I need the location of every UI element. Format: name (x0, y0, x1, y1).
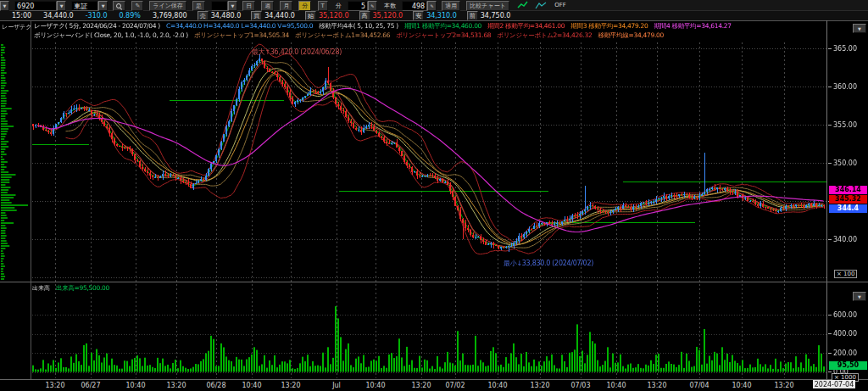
indicator-segment: 期間4 移動平均=34,614.27 (654, 22, 732, 30)
minute-label: 分 (336, 2, 342, 10)
period-day-button[interactable]: 日 (242, 1, 255, 11)
quote-field: 前34,750.0 (467, 11, 511, 20)
cursor-date-box: 2024-07-04 (813, 380, 855, 388)
bar-type-input[interactable] (211, 1, 228, 11)
price-change-percent: 0.89% (119, 12, 140, 20)
pencil-icon: ✎ (135, 3, 140, 9)
last-price: 34,440.0 (43, 12, 74, 20)
price-tick-label: 340.00 (828, 236, 857, 243)
quote-field-value: 35,120.0 (319, 12, 349, 20)
quote-field-label: 買 (251, 11, 262, 20)
volume-tick-label: 400.00 (828, 330, 857, 338)
symbol-code-input[interactable]: 6920 (14, 1, 57, 11)
price-pane-tab[interactable]: レーザテク (2, 23, 32, 31)
time-axis-label: 13:20 (530, 382, 549, 389)
time-axis-label: 13:20 (166, 382, 186, 389)
indicator-segment: ボリンジャーバンド( Close, 20, 1.0, -1.0, 0, 2.0,… (34, 31, 188, 39)
exchange-dropdown-icon[interactable]: ▼ (98, 1, 108, 11)
time-axis-label: 10:40 (365, 382, 385, 389)
bar-count-input[interactable]: 498 (402, 1, 427, 11)
min-price-annotation: 最小↓33,830.0 (2024/07/02) (504, 259, 593, 268)
volume-tick-label: 200.00 (828, 349, 857, 357)
indicator-segment: 期間1 移動平均=34,460.00 (404, 22, 481, 30)
bar-type-label: 足 (192, 1, 205, 11)
time-axis-label: 10:40 (125, 382, 145, 389)
time-axis-label: 07/02 (445, 382, 465, 389)
price-scale-multiplier: × 100 (834, 270, 857, 278)
volume-pane-menu-button[interactable]: ▼ (853, 292, 866, 301)
indicator-segment: C=34,440.0 H=34,440.0 L=34,440.0 V=95,50… (166, 22, 313, 30)
price-tag: 345.32 (829, 195, 867, 204)
price-pane-menu-button[interactable]: ▼ (853, 24, 866, 33)
period-week-button[interactable]: 週 (261, 1, 274, 11)
status-bar: 15:00 34,440.0 -310.0 0.89% 3,769,800 売3… (0, 11, 868, 20)
period-minute-button[interactable]: 分 (298, 1, 311, 11)
quote-field: 始35,120.0 (305, 11, 349, 20)
chart-application-window: ▼ 6920▼ 東証▼ ✎ ライン保存 足 ▼ 日 週 月 分 T 分 5✎ 本… (0, 0, 868, 391)
time-axis-label: 10:40 (732, 382, 751, 389)
search-icon (116, 3, 122, 9)
indicator-line-2: ボリンジャーバンド( Close, 20, 1.0, -1.0, 0, 2.0,… (34, 31, 670, 40)
time-axis-label: 13:20 (647, 382, 666, 389)
indicator-segment: 期間3 移動平均=34,479.20 (570, 22, 648, 30)
crosshair-off-label: OFF (554, 2, 566, 8)
max-price-annotation: 最大↑36,420.0 (2024/06/28) (252, 47, 342, 57)
bar-type-dropdown-icon[interactable]: ▼ (228, 1, 237, 11)
time-axis-label: 13:20 (774, 382, 793, 389)
pane-separator[interactable] (0, 282, 868, 282)
quote-field-value: 34,310.0 (426, 12, 457, 20)
time-axis-label: 10:40 (242, 382, 261, 389)
line-save-button[interactable]: ライン保存 (149, 1, 186, 11)
quote-field-label: 始 (305, 11, 316, 20)
price-tick-label: 355.00 (828, 121, 857, 129)
quote-field: 高35,120.0 (359, 11, 403, 20)
time-axis-label: 06/28 (206, 382, 225, 389)
indicator-segment: ボリンジャーボトム1=34,452.66 (295, 31, 390, 39)
edit-button[interactable]: ✎ (131, 1, 143, 11)
bar-count-spinner[interactable]: ✎ (427, 1, 437, 11)
volume-pane-tab[interactable]: 出来高 (32, 284, 50, 293)
time-axis-label: 07/04 (689, 382, 709, 389)
quote-field-label: 前 (467, 11, 478, 20)
quote-field-label: 安 (413, 11, 424, 20)
left-margin-separator (31, 20, 31, 379)
price-tick-label: 350.00 (828, 159, 857, 167)
candlestick-tool-icon[interactable] (516, 1, 528, 9)
minute-input[interactable]: 5 (348, 1, 368, 11)
quote-field-value: 35,120.0 (373, 12, 403, 20)
period-tick-button[interactable]: T (318, 1, 328, 11)
price-tag: 344.4 (829, 204, 867, 213)
exchange-select[interactable]: 東証 (71, 1, 98, 11)
compare-chart-button[interactable]: 比較チャート (466, 1, 509, 11)
axis-separator (826, 20, 827, 379)
window-dropdown-button[interactable]: ▼ (0, 1, 9, 11)
time-axis-label: 10:40 (487, 382, 507, 389)
period-month-button[interactable]: 月 (280, 1, 292, 11)
search-button[interactable] (113, 1, 125, 11)
line-chart-tool-icon[interactable] (535, 1, 547, 9)
apply-button[interactable]: 適用 (442, 1, 460, 11)
price-tick-label: 360.00 (828, 83, 857, 91)
quote-field-value: 34,750.0 (481, 12, 511, 20)
minute-spinner[interactable]: ✎ (368, 1, 377, 11)
price-change: -310.0 (86, 12, 108, 20)
price-tick-label: 365.00 (828, 45, 857, 53)
indicator-segment: ボリンジャートップ2=34,531.68 (396, 31, 491, 39)
quote-field-value: 34,440.0 (264, 12, 295, 20)
indicator-segment: ボリンジャートップ1=34,505.34 (194, 31, 289, 39)
bar-count-label: 本数 (384, 2, 396, 10)
quote-field-label: 売 (198, 11, 209, 20)
time-axis-label: 06/27 (81, 382, 100, 389)
time-axis-label: 13:20 (411, 382, 431, 389)
quote-field: 買34,440.0 (251, 11, 295, 20)
quote-time: 15:00 (12, 12, 31, 20)
symbol-dropdown-icon[interactable]: ▼ (57, 1, 66, 11)
indicator-segment: 移動平均線=34,479.00 (598, 31, 663, 39)
indicator-segment: 期間2 移動平均=34,461.00 (487, 22, 565, 30)
quote-field-label: 高 (359, 11, 370, 20)
price-volume-chart-canvas[interactable] (31, 20, 827, 379)
time-axis-label: 10:40 (606, 382, 626, 389)
xaxis-separator (0, 379, 868, 380)
volume-profile-canvas (0, 20, 31, 379)
indicator-segment: 移動平均4本( 5, 10, 25, 75 ) (319, 22, 398, 30)
